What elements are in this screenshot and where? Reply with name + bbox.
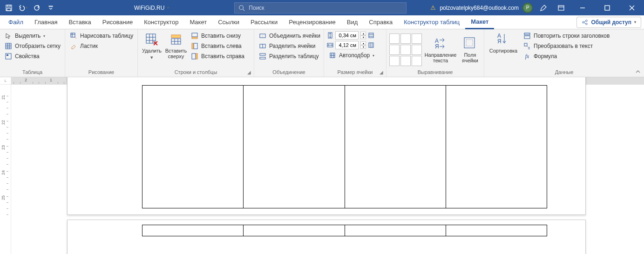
tab-design[interactable]: Конструктор	[138, 15, 184, 29]
tab-layout[interactable]: Макет	[184, 15, 212, 29]
svg-rect-68	[464, 38, 475, 48]
row-height-input[interactable]	[335, 31, 359, 40]
tab-home[interactable]: Главная	[29, 15, 63, 29]
tab-table-design[interactable]: Конструктор таблиц	[398, 15, 465, 29]
save-button[interactable]	[3, 2, 15, 14]
align-top-left[interactable]	[389, 33, 400, 44]
text-direction-button[interactable]: AЯНаправление текста	[424, 35, 457, 64]
insert-left-button[interactable]: Вставить слева	[189, 41, 246, 51]
warning-icon[interactable]: ⚠	[430, 4, 436, 11]
tab-table-layout[interactable]: Макет	[465, 15, 494, 29]
insert-right-button[interactable]: Вставить справа	[189, 52, 246, 61]
insert-below-button[interactable]: Вставить снизу	[189, 31, 246, 40]
alignment-grid	[389, 33, 422, 66]
document-area[interactable]	[11, 85, 644, 254]
row-height-field[interactable]: ▴▾	[327, 31, 376, 40]
align-top-center[interactable]	[400, 33, 411, 44]
tab-file[interactable]: Файл	[3, 15, 29, 29]
split-cells-button[interactable]: Разделить ячейки	[257, 41, 322, 51]
tab-references[interactable]: Ссылки	[212, 15, 245, 29]
svg-point-3	[34, 6, 39, 10]
width-icon	[327, 42, 333, 48]
share-button[interactable]: Общий доступ▾	[576, 17, 641, 28]
svg-rect-24	[7, 54, 8, 56]
tab-view[interactable]: Вид	[341, 15, 364, 29]
svg-point-13	[583, 21, 584, 23]
eraser-icon	[70, 42, 77, 50]
grid-icon	[5, 42, 12, 50]
rows-cols-launcher[interactable]: ◢	[246, 69, 252, 75]
align-mid-right[interactable]	[412, 45, 422, 55]
collapse-ribbon-button[interactable]	[635, 68, 641, 75]
properties-button[interactable]: Свойства	[3, 52, 62, 61]
svg-rect-40	[192, 33, 197, 37]
tab-draw[interactable]: Рисование	[97, 15, 138, 29]
user-avatar[interactable]: P	[522, 3, 533, 13]
qat-customize-button[interactable]	[45, 2, 57, 14]
width-up[interactable]: ▴	[360, 41, 366, 45]
vertical-ruler[interactable]: L 2122232425	[0, 77, 11, 254]
width-down[interactable]: ▾	[360, 45, 366, 49]
tab-mailings[interactable]: Рассылки	[245, 15, 283, 29]
align-mid-left[interactable]	[389, 45, 400, 55]
align-bot-left[interactable]	[389, 56, 400, 66]
svg-line-16	[584, 21, 586, 22]
align-top-right[interactable]	[412, 33, 422, 44]
align-bot-center[interactable]	[400, 56, 411, 66]
formula-button[interactable]: fxФормула	[522, 52, 611, 61]
convert-to-text-button[interactable]: Преобразовать в текст	[522, 41, 611, 51]
table-1[interactable]	[142, 85, 547, 208]
col-width-field[interactable]: ▴▾	[327, 41, 376, 49]
document-wrap: 3211234567891011121314151617	[11, 77, 644, 254]
align-bot-right[interactable]	[412, 56, 422, 66]
table-2[interactable]	[142, 225, 547, 236]
cell-size-launcher[interactable]: ◢	[378, 69, 385, 75]
cell-margins-button[interactable]: Поля ячейки	[459, 35, 481, 64]
tab-help[interactable]: Справка	[363, 15, 398, 29]
split-cells-icon	[259, 42, 266, 50]
split-table-button[interactable]: Разделить таблицу	[257, 52, 322, 61]
svg-line-6	[243, 9, 245, 11]
height-down[interactable]: ▾	[360, 35, 366, 39]
autofit-button[interactable]: Автоподбор▾	[327, 51, 376, 60]
ribbon-display-button[interactable]	[554, 0, 568, 15]
height-up[interactable]: ▴	[360, 32, 366, 35]
maximize-button[interactable]	[597, 0, 617, 15]
user-email[interactable]: polzovatelpky684@outlook.com	[440, 5, 519, 11]
properties-icon	[5, 53, 12, 60]
group-alignment: AЯНаправление текста Поля ячейки Выравни…	[386, 29, 484, 77]
svg-rect-44	[192, 53, 196, 59]
tab-insert[interactable]: Вставка	[63, 15, 96, 29]
group-label-cell-size: Размер ячейки	[327, 68, 383, 77]
delete-button[interactable]: Удалить▾	[141, 31, 163, 61]
document-title[interactable]: WiFiGiD.RU▾	[134, 5, 169, 11]
distribute-rows-icon[interactable]	[368, 32, 374, 39]
undo-button[interactable]: ▾	[17, 2, 29, 14]
draw-table-button[interactable]: Нарисовать таблицу	[68, 31, 135, 40]
svg-rect-2	[7, 8, 11, 11]
merge-cells-button[interactable]: Объединить ячейки	[257, 31, 322, 40]
col-width-input[interactable]	[335, 41, 359, 49]
svg-text:Я: Я	[497, 38, 502, 45]
redo-button[interactable]	[31, 2, 43, 14]
select-button[interactable]: Выделить▾	[3, 31, 62, 40]
search-box[interactable]: Поиск	[234, 2, 407, 13]
close-button[interactable]	[621, 0, 642, 15]
insert-above-button[interactable]: Вставить сверху	[165, 31, 187, 60]
insert-below-icon	[191, 32, 198, 40]
tab-review[interactable]: Рецензирование	[283, 15, 341, 29]
minimize-button[interactable]	[572, 0, 593, 15]
group-draw: Нарисовать таблицу Ластик Рисование	[65, 29, 138, 77]
group-rows-cols: Удалить▾ Вставить сверху Вставить снизу …	[138, 29, 254, 77]
sort-button[interactable]: АЯСортировка	[487, 31, 520, 54]
view-gridlines-button[interactable]: Отобразить сетку	[3, 41, 62, 51]
ruler-corner[interactable]: L	[0, 77, 11, 85]
repeat-headers-button[interactable]: Повторить строки заголовков	[522, 31, 611, 40]
svg-rect-59	[369, 43, 373, 47]
eraser-button[interactable]: Ластик	[68, 41, 135, 51]
title-text: WiFiGiD.RU	[134, 5, 164, 11]
pen-mode-button[interactable]	[536, 0, 550, 15]
distribute-cols-icon[interactable]	[368, 42, 374, 48]
search-placeholder: Поиск	[249, 5, 264, 11]
align-mid-center[interactable]	[400, 45, 411, 55]
